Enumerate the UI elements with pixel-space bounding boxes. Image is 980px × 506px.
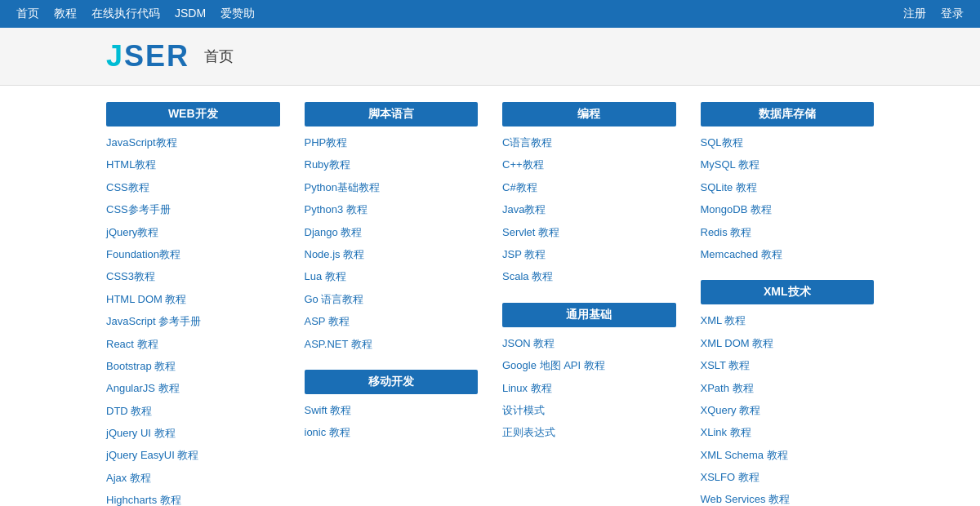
link-2-0-3[interactable]: Java教程 [502, 200, 676, 219]
category-header-1-1: 移动开发 [305, 370, 479, 394]
nav-home[interactable]: 首页 [16, 7, 39, 21]
link-1-0-0[interactable]: PHP教程 [305, 133, 479, 152]
link-1-0-2[interactable]: Python基础教程 [305, 178, 479, 197]
link-1-0-5[interactable]: Node.js 教程 [305, 245, 479, 264]
link-2-0-0[interactable]: C语言教程 [502, 133, 676, 152]
link-1-0-3[interactable]: Python3 教程 [305, 200, 479, 219]
link-2-0-5[interactable]: JSP 教程 [502, 245, 676, 264]
section-1-0: 脚本语言PHP教程Ruby教程Python基础教程Python3 教程Djang… [305, 102, 479, 353]
section-2-0: 编程C语言教程C++教程C#教程Java教程Servlet 教程JSP 教程Sc… [502, 102, 676, 286]
link-1-1-0[interactable]: Swift 教程 [305, 401, 479, 419]
link-3-0-0[interactable]: SQL教程 [701, 133, 875, 152]
link-0-0-14[interactable]: jQuery EasyUI 教程 [106, 446, 280, 464]
link-0-0-9[interactable]: React 教程 [106, 335, 280, 353]
link-1-1-1[interactable]: ionic 教程 [305, 423, 479, 442]
link-0-0-7[interactable]: HTML DOM 教程 [106, 290, 280, 308]
link-0-0-15[interactable]: Ajax 教程 [106, 468, 280, 487]
link-3-0-2[interactable]: SQLite 教程 [701, 178, 875, 197]
nav-register[interactable]: 注册 [903, 7, 926, 21]
category-links-3-0: SQL教程MySQL 教程SQLite 教程MongoDB 教程Redis 教程… [701, 133, 875, 264]
link-3-1-6[interactable]: XML Schema 教程 [701, 446, 875, 464]
link-3-1-0[interactable]: XML 教程 [701, 311, 875, 330]
category-links-0-0: JavaScript教程HTML教程CSS教程CSS参考手册jQuery教程Fo… [106, 133, 280, 506]
link-0-0-12[interactable]: DTD 教程 [106, 402, 280, 420]
link-1-0-1[interactable]: Ruby教程 [305, 155, 479, 174]
column-3: 数据库存储SQL教程MySQL 教程SQLite 教程MongoDB 教程Red… [701, 102, 875, 506]
link-1-0-8[interactable]: ASP 教程 [305, 312, 479, 331]
link-2-0-2[interactable]: C#教程 [502, 178, 676, 197]
link-1-0-6[interactable]: Lua 教程 [305, 267, 479, 286]
link-3-1-2[interactable]: XSLT 教程 [701, 356, 875, 375]
link-2-0-1[interactable]: C++教程 [502, 155, 676, 174]
section-0-0: WEB开发JavaScript教程HTML教程CSS教程CSS参考手册jQuer… [106, 102, 280, 506]
category-links-3-1: XML 教程XML DOM 教程XSLT 教程XPath 教程XQuery 教程… [701, 311, 875, 506]
link-3-0-4[interactable]: Redis 教程 [701, 223, 875, 242]
category-header-3-0: 数据库存储 [701, 102, 875, 126]
category-header-2-1: 通用基础 [502, 303, 676, 327]
link-2-1-2[interactable]: Linux 教程 [502, 379, 676, 397]
category-links-1-1: Swift 教程ionic 教程 [305, 401, 479, 442]
page-title: 首页 [204, 47, 234, 66]
link-0-0-1[interactable]: HTML教程 [106, 155, 280, 174]
link-3-1-1[interactable]: XML DOM 教程 [701, 334, 875, 353]
column-2: 编程C语言教程C++教程C#教程Java教程Servlet 教程JSP 教程Sc… [502, 102, 676, 506]
link-2-1-4[interactable]: 正则表达式 [502, 423, 676, 442]
link-2-1-1[interactable]: Google 地图 API 教程 [502, 356, 676, 375]
top-navigation: 首页 教程 在线执行代码 JSDM 爱赞助 注册 登录 [0, 0, 980, 28]
link-3-1-7[interactable]: XSLFO 教程 [701, 468, 875, 486]
link-2-0-6[interactable]: Scala 教程 [502, 267, 676, 286]
link-0-0-11[interactable]: AngularJS 教程 [106, 379, 280, 397]
link-1-0-7[interactable]: Go 语言教程 [305, 290, 479, 308]
section-1-1: 移动开发Swift 教程ionic 教程 [305, 370, 479, 442]
nav-tutorials[interactable]: 教程 [54, 7, 77, 21]
column-1: 脚本语言PHP教程Ruby教程Python基础教程Python3 教程Djang… [305, 102, 479, 506]
link-3-1-3[interactable]: XPath 教程 [701, 379, 875, 397]
section-3-0: 数据库存储SQL教程MySQL 教程SQLite 教程MongoDB 教程Red… [701, 102, 875, 264]
category-header-0-0: WEB开发 [106, 102, 280, 126]
link-3-0-5[interactable]: Memcached 教程 [701, 245, 875, 264]
link-2-1-0[interactable]: JSON 教程 [502, 334, 676, 353]
link-3-0-3[interactable]: MongoDB 教程 [701, 200, 875, 219]
category-links-2-1: JSON 教程Google 地图 API 教程Linux 教程设计模式正则表达式 [502, 334, 676, 442]
link-0-0-13[interactable]: jQuery UI 教程 [106, 424, 280, 442]
nav-left: 首页 教程 在线执行代码 JSDM 爱赞助 [16, 7, 255, 21]
link-1-0-9[interactable]: ASP.NET 教程 [305, 335, 479, 353]
link-0-0-16[interactable]: Highcharts 教程 [106, 490, 280, 506]
link-3-0-1[interactable]: MySQL 教程 [701, 155, 875, 174]
link-0-0-5[interactable]: Foundation教程 [106, 245, 280, 264]
nav-jsdm[interactable]: JSDM [175, 7, 206, 21]
nav-help[interactable]: 爱赞助 [220, 7, 255, 21]
link-0-0-2[interactable]: CSS教程 [106, 178, 280, 197]
link-0-0-6[interactable]: CSS3教程 [106, 267, 280, 286]
column-0: WEB开发JavaScript教程HTML教程CSS教程CSS参考手册jQuer… [106, 102, 280, 506]
nav-right: 注册 登录 [903, 7, 964, 21]
link-1-0-4[interactable]: Django 教程 [305, 223, 479, 242]
main-content: WEB开发JavaScript教程HTML教程CSS教程CSS参考手册jQuer… [0, 86, 980, 506]
link-3-1-4[interactable]: XQuery 教程 [701, 401, 875, 419]
section-3-1: XML技术XML 教程XML DOM 教程XSLT 教程XPath 教程XQue… [701, 280, 875, 506]
link-0-0-10[interactable]: Bootstrap 教程 [106, 357, 280, 375]
link-0-0-0[interactable]: JavaScript教程 [106, 133, 280, 152]
link-2-1-3[interactable]: 设计模式 [502, 401, 676, 419]
category-header-2-0: 编程 [502, 102, 676, 126]
link-0-0-8[interactable]: JavaScript 参考手册 [106, 312, 280, 331]
category-header-1-0: 脚本语言 [305, 102, 479, 126]
link-3-1-5[interactable]: XLink 教程 [701, 423, 875, 442]
link-0-0-4[interactable]: jQuery教程 [106, 223, 280, 242]
section-2-1: 通用基础JSON 教程Google 地图 API 教程Linux 教程设计模式正… [502, 303, 676, 442]
link-2-0-4[interactable]: Servlet 教程 [502, 223, 676, 242]
page-header: JSER 首页 [0, 28, 980, 86]
nav-login[interactable]: 登录 [941, 7, 964, 21]
logo: JSER [106, 39, 189, 73]
link-0-0-3[interactable]: CSS参考手册 [106, 200, 280, 219]
link-3-1-8[interactable]: Web Services 教程 [701, 490, 875, 506]
category-header-3-1: XML技术 [701, 280, 875, 304]
nav-run-code[interactable]: 在线执行代码 [91, 7, 160, 21]
category-links-2-0: C语言教程C++教程C#教程Java教程Servlet 教程JSP 教程Scal… [502, 133, 676, 286]
category-links-1-0: PHP教程Ruby教程Python基础教程Python3 教程Django 教程… [305, 133, 479, 353]
